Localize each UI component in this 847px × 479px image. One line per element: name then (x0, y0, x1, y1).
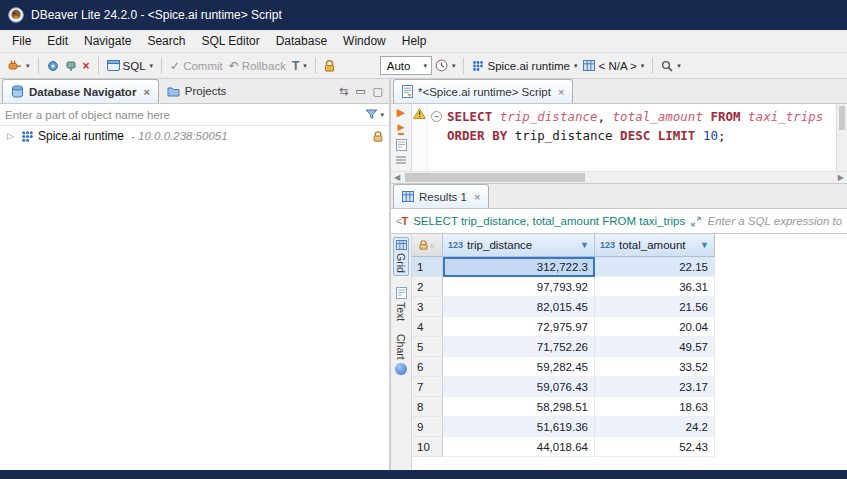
menu-search[interactable]: Search (139, 31, 193, 51)
grid-corner-cell[interactable]: ○ (412, 234, 443, 257)
row-number[interactable]: 5 (412, 337, 443, 357)
transaction-mode-button[interactable]: T ▾ (289, 57, 310, 75)
cell-trip-distance[interactable]: 312,722.3 (443, 257, 595, 277)
editor-vscrollbar[interactable] (836, 104, 847, 171)
menu-database[interactable]: Database (268, 31, 335, 51)
row-number[interactable]: 4 (412, 317, 443, 337)
cell-total-amount[interactable]: 52.43 (595, 437, 715, 457)
cell-trip-distance[interactable]: 82,015.45 (443, 297, 595, 317)
tab-sql-script[interactable]: *<Spice.ai runtime> Script × (393, 79, 573, 103)
side-tab-grid[interactable]: Grid (393, 237, 409, 276)
execute-statement-button[interactable]: ▶ (397, 107, 405, 118)
editor-hscrollbar[interactable]: ◀ ▶ (391, 171, 847, 184)
commit-button[interactable]: ✓ Commit (167, 57, 226, 75)
column-header-trip-distance[interactable]: 123 trip_distance ▼ (443, 234, 595, 257)
tab-projects[interactable]: Projects (159, 79, 235, 103)
row-number[interactable]: 2 (412, 277, 443, 297)
tree-item-spice-runtime[interactable]: ▷ Spice.ai runtime - 10.0.0.238:50051 (0, 126, 389, 146)
sql-editor-button[interactable]: SQL ▾ (104, 58, 157, 74)
row-number[interactable]: 8 (412, 397, 443, 417)
sql-token: LIMIT (658, 126, 696, 145)
cell-total-amount[interactable]: 24.2 (595, 417, 715, 437)
transaction-log-button[interactable]: ▾ (432, 57, 459, 74)
menu-edit[interactable]: Edit (39, 31, 76, 51)
cell-trip-distance[interactable]: 51,619.36 (443, 417, 595, 437)
close-icon[interactable]: × (143, 86, 149, 98)
close-icon[interactable]: × (558, 86, 564, 98)
script-icon (402, 85, 413, 98)
invalidate-connection-button[interactable] (62, 58, 80, 74)
window-title: DBeaver Lite 24.2.0 - <Spice.ai runtime>… (31, 8, 282, 22)
pin-icon (65, 60, 77, 72)
row-number[interactable]: 3 (412, 297, 443, 317)
cell-total-amount[interactable]: 36.31 (595, 277, 715, 297)
side-tab-text[interactable]: Text (394, 285, 408, 323)
editor-settings-button[interactable] (396, 155, 406, 165)
row-number[interactable]: 7 (412, 377, 443, 397)
menu-sql-editor[interactable]: SQL Editor (193, 31, 267, 51)
cell-trip-distance[interactable]: 72,975.97 (443, 317, 595, 337)
cell-trip-distance[interactable]: 59,076.43 (443, 377, 595, 397)
menu-navigate[interactable]: Navigate (76, 31, 139, 51)
scroll-right-icon[interactable]: ▶ (835, 173, 847, 182)
scroll-thumb[interactable] (839, 106, 845, 130)
sql-editor[interactable]: ▶ ▶ (391, 104, 847, 171)
minimize-view-icon[interactable]: ▭ (355, 85, 365, 98)
code-line-1[interactable]: −SELECT trip_distance, total_amount FROM… (431, 107, 836, 126)
auto-commit-combo[interactable]: Auto ▾ (380, 56, 432, 75)
rollback-button[interactable]: ↶ Rollback (226, 57, 289, 75)
titlebar[interactable]: DBeaver Lite 24.2.0 - <Spice.ai runtime>… (0, 0, 847, 30)
cell-total-amount[interactable]: 49.57 (595, 337, 715, 357)
disconnect-button[interactable]: × (80, 57, 93, 75)
sort-desc-icon[interactable]: ▼ (580, 240, 589, 250)
code-line-2[interactable]: ORDER BY trip_distance DESC LIMIT 10; (431, 126, 836, 145)
cell-total-amount[interactable]: 33.52 (595, 357, 715, 377)
cell-trip-distance[interactable]: 44,018.64 (443, 437, 595, 457)
scroll-thumb[interactable] (405, 173, 585, 182)
sort-desc-icon[interactable]: ▼ (700, 240, 709, 250)
auto-commit-value: Auto (387, 60, 411, 72)
side-tab-chart[interactable]: Chart (394, 332, 408, 377)
explain-plan-button[interactable] (396, 139, 407, 151)
execute-script-button[interactable]: ▶ (398, 122, 405, 135)
new-connection-button[interactable]: ▾ (5, 57, 33, 74)
column-header-total-amount[interactable]: 123 total_amount ▼ (595, 234, 715, 257)
row-number[interactable]: 9 (412, 417, 443, 437)
menu-window[interactable]: Window (335, 31, 394, 51)
code-area[interactable]: −SELECT trip_distance, total_amount FROM… (428, 104, 836, 171)
cell-total-amount[interactable]: 20.04 (595, 317, 715, 337)
expand-filter-icon[interactable] (691, 216, 701, 227)
filter-controls[interactable]: ▾ (365, 109, 384, 120)
cell-trip-distance[interactable]: 97,793.92 (443, 277, 595, 297)
cell-trip-distance[interactable]: 71,752.26 (443, 337, 595, 357)
custom-filter-icon[interactable]: <T (396, 215, 407, 227)
cell-total-amount[interactable]: 18.63 (595, 397, 715, 417)
menu-file[interactable]: File (4, 31, 39, 51)
tab-results-1[interactable]: Results 1 × (393, 184, 489, 208)
row-number[interactable]: 10 (412, 437, 443, 457)
row-number[interactable]: 1 (412, 257, 443, 277)
connect-button[interactable] (44, 58, 62, 74)
cell-trip-distance[interactable]: 59,282.45 (443, 357, 595, 377)
menu-help[interactable]: Help (394, 31, 435, 51)
tab-database-navigator[interactable]: Database Navigator × (2, 79, 159, 103)
cell-total-amount[interactable]: 23.17 (595, 377, 715, 397)
connection-readonly-lock[interactable] (321, 58, 338, 74)
cell-total-amount[interactable]: 21.56 (595, 297, 715, 317)
active-connection-selector[interactable]: Spice.ai runtime ▾ (469, 58, 580, 74)
expand-chevron-icon[interactable]: ▷ (7, 131, 17, 141)
maximize-view-icon[interactable]: ▢ (373, 85, 383, 98)
active-schema-selector[interactable]: < N/A > ▾ (580, 58, 647, 74)
results-filter-bar[interactable]: <T SELECT trip_distance, total_amount FR… (391, 209, 847, 234)
object-filter-input[interactable] (5, 109, 365, 121)
cell-trip-distance[interactable]: 58,298.51 (443, 397, 595, 417)
row-number[interactable]: 6 (412, 357, 443, 377)
tab-label: Text (395, 302, 407, 321)
fold-collapse-icon[interactable]: − (431, 111, 442, 122)
link-editor-icon[interactable]: ⇆ (339, 85, 348, 98)
search-button[interactable]: ▾ (658, 58, 684, 74)
scroll-left-icon[interactable]: ◀ (391, 173, 403, 182)
scroll-track[interactable] (403, 173, 835, 182)
cell-total-amount[interactable]: 22.15 (595, 257, 715, 277)
close-icon[interactable]: × (474, 191, 480, 203)
